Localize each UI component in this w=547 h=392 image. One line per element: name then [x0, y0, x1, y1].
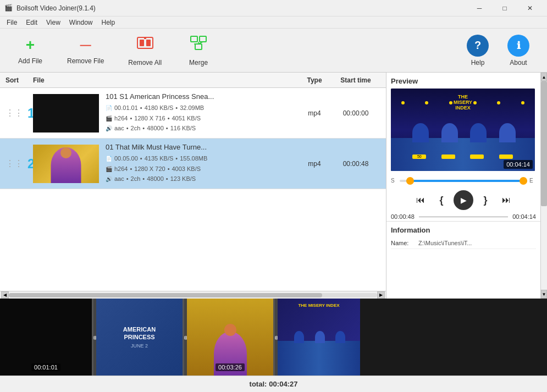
file-audio-1: aac [114, 123, 124, 134]
clip-show-title: THE MISERY INDEX [298, 303, 339, 308]
scroll-down-button[interactable]: ▼ [541, 290, 547, 299]
type-column-header: Type [298, 76, 331, 84]
menu-file[interactable]: File [2, 18, 21, 27]
scroll-thumb [9, 293, 322, 297]
file-start-2: 00:00:48 [331, 160, 380, 168]
row-sort-1: ⋮⋮ 1 [5, 106, 33, 121]
add-file-button[interactable]: + Add File [11, 34, 49, 67]
svg-rect-4 [191, 36, 197, 42]
start-time-column-header: Start time [331, 76, 380, 84]
trim-end-thumb[interactable] [520, 177, 527, 185]
scroll-track[interactable] [9, 293, 377, 297]
timeline-empty [360, 299, 547, 376]
contestant-3 [470, 123, 487, 142]
preview-video: THEMISERYINDEX 50 [391, 89, 535, 171]
svg-rect-1 [140, 40, 144, 46]
remove-file-button[interactable]: ─ Remove File [60, 34, 110, 67]
horizontal-scrollbar[interactable]: ◀ ▶ [0, 291, 386, 299]
next-button[interactable]: ⏭ [498, 191, 515, 209]
contestant-4 [499, 123, 516, 142]
trim-start-thumb[interactable] [406, 177, 414, 185]
info-title: Information [391, 226, 536, 234]
scroll-right-button[interactable]: ▶ [377, 291, 385, 299]
menu-help[interactable]: Help [97, 18, 120, 27]
file-abitrate-1: 116 KB/S [170, 123, 196, 134]
time-separator [419, 217, 508, 217]
clip-podium-4 [278, 341, 360, 376]
menu-edit[interactable]: Edit [21, 18, 42, 27]
titlebar: 🎬 Boilsoft Video Joiner(9.1.4) ─ □ ✕ [0, 0, 547, 16]
trim-range [406, 180, 527, 182]
total-time: 00:04:27 [269, 380, 297, 388]
minimize-button[interactable]: ─ [467, 0, 492, 16]
drag-handle-icon[interactable]: ⋮⋮ [5, 108, 23, 118]
mark-in-button[interactable]: { [433, 191, 450, 209]
file-bitrate-1: 4180 KB/S [145, 103, 174, 113]
right-panel: Preview THEMISERYINDEX [386, 73, 540, 299]
help-icon: ? [467, 35, 489, 57]
file-type-1: mp4 [298, 109, 331, 117]
stage-light [521, 101, 524, 104]
file-icon: 📄 [106, 154, 112, 163]
merge-icon [190, 34, 207, 56]
mark-out-button[interactable]: } [477, 191, 494, 209]
file-list-area: Sort File Type Start time ⋮⋮ 1 101 S1 Am… [0, 73, 386, 299]
about-button[interactable]: ℹ About [501, 32, 536, 69]
merge-label: Merge [189, 59, 208, 67]
preview-scene: THEMISERYINDEX 50 [391, 89, 535, 171]
file-abitrate-2: 123 KB/S [170, 174, 196, 184]
remove-all-button[interactable]: Remove All [121, 32, 168, 69]
file-duration-2: 00.05.00 [114, 153, 138, 164]
svg-rect-6 [195, 44, 202, 49]
clip-time-3: 00:03:26 [216, 363, 245, 371]
thumbnail-1 [33, 94, 99, 132]
file-info-2: 01 That Milk Must Have Turne... 📄 00.05.… [106, 143, 298, 184]
file-resolution-1: 1280 X 716 [134, 113, 165, 124]
play-button[interactable]: ▶ [454, 190, 473, 210]
stage-light [497, 101, 500, 104]
scroll-left-button[interactable]: ◀ [1, 291, 9, 299]
trim-slider[interactable] [400, 180, 527, 182]
thumbnail-2 [33, 145, 99, 183]
time-end-value: 00:04:14 [512, 213, 536, 220]
scroll-up-button[interactable]: ▲ [541, 73, 547, 81]
close-button[interactable]: ✕ [517, 0, 543, 16]
video-icon: 🎬 [106, 114, 112, 123]
statusbar: total: 00:04:27 [0, 376, 547, 392]
timeline-clip-1[interactable]: 00:01:01 [0, 299, 93, 376]
table-row[interactable]: ⋮⋮ 2 01 That Milk Must Have Turne... 📄 0… [0, 139, 386, 189]
total-label: total: [250, 380, 267, 388]
timeline-clip-3[interactable]: 00:03:26 [187, 299, 275, 376]
timeline-clip-2[interactable]: AMERICANPRINCESS JUNE 2 [96, 299, 184, 376]
file-bitrate-2: 4135 KB/S [145, 153, 174, 164]
meta-video-2: 🎬 h264 • 1280 X 720 • 4003 KB/S [106, 164, 298, 174]
menu-window[interactable]: Window [65, 18, 97, 27]
scroll-vertical-track[interactable] [541, 81, 547, 290]
meta-video-1: 🎬 h264 • 1280 X 716 • 4051 KB/S [106, 113, 298, 124]
file-samplerate-2: 48000 [147, 174, 164, 184]
clip-person-1 [294, 331, 304, 343]
info-name-row: Name: Z:\Music\iTunes\iT... [391, 238, 536, 249]
menu-view[interactable]: View [42, 18, 65, 27]
help-button[interactable]: ? Help [460, 32, 495, 69]
file-vbitrate-1: 4051 KB/S [172, 113, 201, 124]
remove-file-label: Remove File [67, 57, 104, 65]
timeline-clip-4[interactable]: THE MISERY INDEX [278, 299, 360, 376]
file-start-1: 00:00:00 [331, 109, 380, 117]
file-meta-2: 📄 00.05.00 • 4135 KB/S • 155.08MB 🎬 h264… [106, 153, 298, 184]
clip-content-2: AMERICANPRINCESS JUNE 2 [96, 299, 183, 376]
vertical-scrollbar[interactable]: ▲ ▼ [540, 73, 547, 299]
meta-audio-1: 🔊 aac • 2ch • 48000 • 116 KB/S [106, 123, 298, 134]
merge-button[interactable]: Merge [179, 32, 218, 69]
clip-person-3 [335, 331, 345, 343]
add-file-icon: + [26, 36, 35, 54]
maximize-button[interactable]: □ [492, 0, 517, 16]
prev-button[interactable]: ⏮ [412, 191, 429, 209]
table-row[interactable]: ⋮⋮ 1 101 S1 American Princess Snea... 📄 … [0, 88, 386, 139]
drag-handle-icon[interactable]: ⋮⋮ [5, 158, 23, 169]
toolbar: + Add File ─ Remove File Remove All [0, 29, 547, 73]
contestant-1 [412, 123, 429, 142]
stage-light [449, 101, 452, 104]
remove-all-label: Remove All [128, 59, 162, 67]
svg-rect-5 [200, 36, 206, 42]
